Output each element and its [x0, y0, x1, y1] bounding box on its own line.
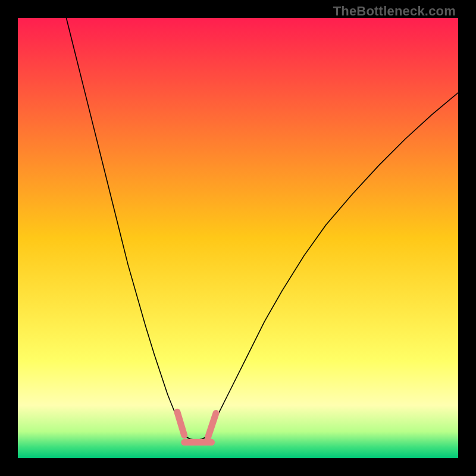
gradient-background: [18, 18, 458, 458]
watermark-text: TheBottleneck.com: [333, 4, 456, 19]
chart-svg: [18, 18, 458, 458]
plot-area: [18, 18, 458, 458]
chart-frame: TheBottleneck.com: [0, 0, 476, 476]
